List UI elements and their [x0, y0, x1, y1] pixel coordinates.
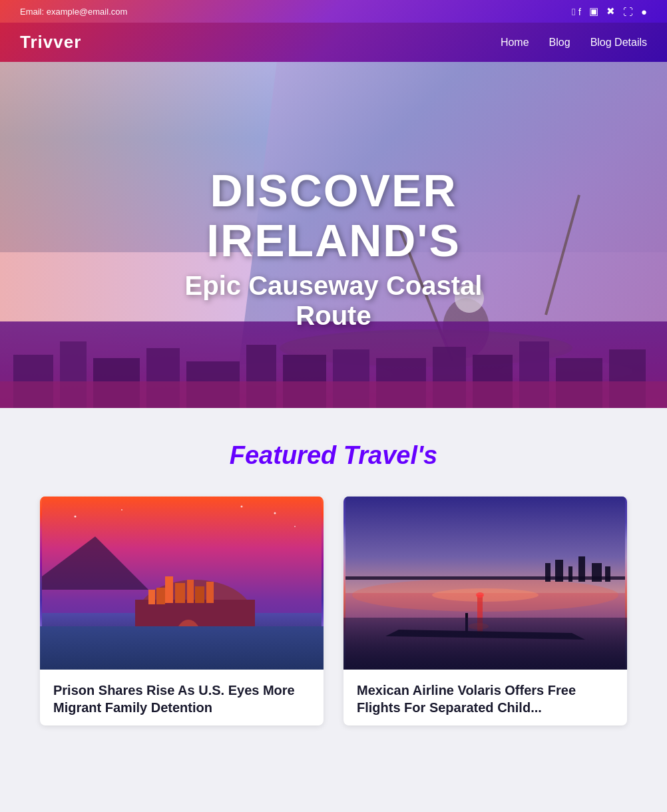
svg-rect-31: [175, 583, 185, 603]
svg-rect-52: [555, 560, 563, 582]
site-logo[interactable]: Trivver: [20, 32, 81, 53]
card-1-content: Prison Shares Rise As U.S. Eyes More Mig…: [40, 670, 324, 725]
pinterest-icon[interactable]: ⛶: [623, 6, 633, 17]
svg-rect-33: [195, 586, 204, 603]
featured-section: Featured Travel's: [0, 408, 667, 752]
card-2-content: Mexican Airline Volaris Offers Free Flig…: [343, 670, 627, 725]
travel-card-1[interactable]: Prison Shares Rise As U.S. Eyes More Mig…: [40, 497, 324, 725]
svg-point-37: [175, 620, 202, 660]
top-bar: Email: example@email.com  f ▣ ✖ ⛶ ●: [0, 0, 667, 23]
svg-rect-55: [592, 563, 602, 582]
hero-title-main: DISCOVER IRELAND'S: [167, 166, 501, 266]
svg-rect-54: [578, 556, 585, 582]
svg-rect-25: [0, 381, 667, 408]
svg-line-5: [546, 195, 579, 315]
featured-title: Featured Travel's: [40, 441, 627, 470]
city-skyline: [0, 321, 667, 408]
nav-blog-details[interactable]: Blog Details: [590, 37, 647, 49]
card-image-1: [40, 497, 324, 670]
svg-rect-29: [135, 600, 255, 636]
svg-rect-34: [206, 582, 214, 603]
svg-point-49: [476, 592, 484, 598]
svg-point-41: [274, 512, 276, 514]
svg-point-43: [241, 506, 243, 508]
hero-section: DISCOVER IRELAND'S Epic Causeway Coastal…: [0, 62, 667, 408]
svg-point-59: [469, 623, 489, 630]
svg-rect-30: [165, 576, 173, 603]
cards-grid: Prison Shares Rise As U.S. Eyes More Mig…: [40, 497, 627, 725]
svg-rect-56: [605, 566, 610, 582]
svg-rect-32: [187, 580, 194, 603]
travel-card-2[interactable]: Mexican Airline Volaris Offers Free Flig…: [343, 497, 627, 725]
svg-point-40: [121, 509, 122, 510]
card2-illustration: [343, 497, 627, 670]
social-icons:  f ▣ ✖ ⛶ ●: [572, 5, 647, 17]
svg-point-42: [294, 526, 296, 527]
svg-rect-51: [545, 563, 551, 582]
svg-marker-57: [385, 630, 585, 640]
svg-rect-35: [148, 590, 155, 604]
card-2-title: Mexican Airline Volaris Offers Free Flig…: [357, 682, 614, 716]
facebook-icon[interactable]:  f: [572, 6, 581, 17]
nav-blog[interactable]: Blog: [549, 37, 570, 49]
navbar: Trivver Home Blog Blog Details: [0, 23, 667, 62]
svg-rect-36: [156, 588, 165, 604]
svg-point-39: [75, 516, 77, 518]
svg-rect-58: [465, 613, 468, 632]
twitter-icon[interactable]: ✖: [606, 5, 615, 17]
svg-rect-53: [568, 566, 572, 582]
globe-icon[interactable]: ●: [641, 6, 647, 17]
contact-email: Email: example@email.com: [20, 7, 127, 17]
svg-point-47: [432, 588, 539, 602]
nav-home[interactable]: Home: [501, 37, 529, 49]
hero-bottom-band: [0, 321, 667, 408]
hero-text-block: DISCOVER IRELAND'S Epic Causeway Coastal…: [167, 166, 501, 331]
hero-title-sub: Epic Causeway Coastal Route: [167, 271, 501, 331]
card1-illustration: [40, 497, 324, 670]
svg-rect-48: [477, 595, 483, 635]
nav-links: Home Blog Blog Details: [501, 37, 647, 49]
instagram-icon[interactable]: ▣: [589, 5, 598, 17]
card-1-title: Prison Shares Rise As U.S. Eyes More Mig…: [53, 682, 310, 716]
card-image-2: [343, 497, 627, 670]
